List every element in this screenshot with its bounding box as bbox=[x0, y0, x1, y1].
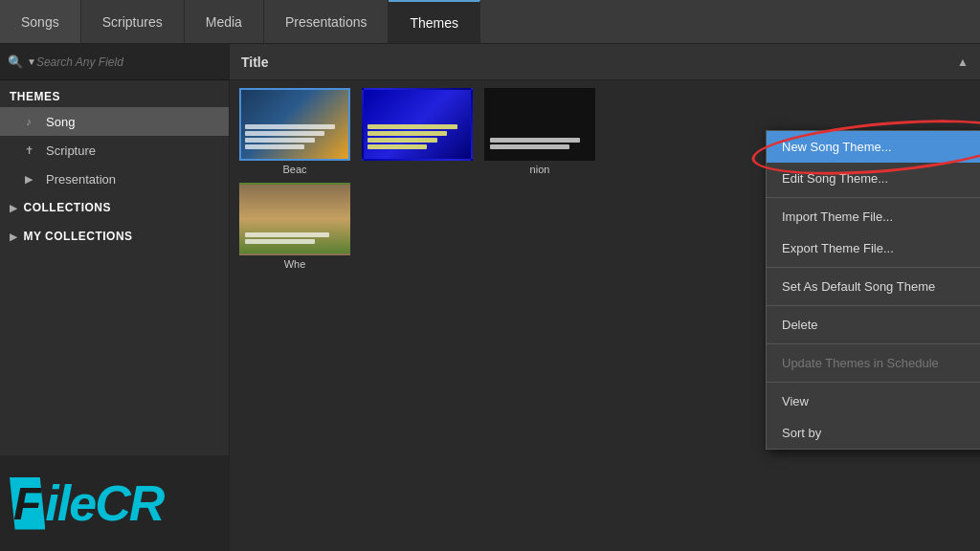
context-menu-sort-by[interactable]: Sort by › bbox=[767, 417, 980, 449]
content-header: Title ▲ bbox=[230, 44, 980, 80]
context-menu: New Song Theme... Edit Song Theme... Imp… bbox=[766, 130, 980, 450]
content-title: Title bbox=[241, 55, 269, 70]
thumb-text-lines-3 bbox=[490, 138, 590, 151]
sidebar-item-song[interactable]: ♪ Song bbox=[0, 107, 229, 136]
logo-f-letter: F bbox=[10, 477, 45, 530]
tab-themes[interactable]: Themes bbox=[389, 0, 480, 43]
theme-item-4[interactable]: Whe bbox=[237, 183, 352, 270]
search-bar: 🔍 ▼ bbox=[0, 44, 229, 80]
tab-media[interactable]: Media bbox=[185, 0, 264, 43]
search-dropdown-arrow[interactable]: ▼ bbox=[27, 56, 36, 67]
context-menu-import-theme[interactable]: Import Theme File... bbox=[767, 201, 980, 232]
theme-label-3: nion bbox=[484, 164, 595, 175]
theme-item-2[interactable] bbox=[360, 88, 475, 175]
my-collections-expand-arrow: ▶ bbox=[10, 231, 18, 242]
theme-thumbnail-3 bbox=[484, 88, 595, 161]
sidebar-item-scripture[interactable]: ✝ Scripture bbox=[0, 136, 229, 165]
content-area: Title ▲ Beac bbox=[230, 44, 980, 551]
tab-presentations[interactable]: Presentations bbox=[264, 0, 390, 43]
search-input[interactable] bbox=[36, 55, 221, 69]
thumb-text-lines-1 bbox=[245, 124, 345, 151]
thumb-text-lines-4 bbox=[245, 232, 345, 246]
context-menu-sep-2 bbox=[767, 267, 980, 268]
tab-scriptures[interactable]: Scriptures bbox=[81, 0, 185, 43]
theme-item-3[interactable]: nion bbox=[482, 88, 597, 175]
thumb-text-lines-2 bbox=[368, 124, 467, 151]
context-menu-sep-5 bbox=[767, 382, 980, 383]
context-menu-new-song-theme[interactable]: New Song Theme... bbox=[767, 131, 980, 163]
theme-thumbnail-4 bbox=[239, 183, 350, 255]
themes-section-label: THEMES bbox=[0, 80, 229, 107]
main-layout: 🔍 ▼ THEMES ♪ Song ✝ Scripture ▶ Presenta… bbox=[0, 44, 980, 551]
context-menu-edit-song-theme[interactable]: Edit Song Theme... bbox=[767, 163, 980, 194]
context-menu-update-themes: Update Themes in Schedule bbox=[767, 347, 980, 379]
collapse-button[interactable]: ▲ bbox=[957, 55, 969, 69]
context-menu-delete[interactable]: Delete bbox=[767, 309, 980, 341]
song-icon: ♪ bbox=[19, 114, 38, 129]
context-menu-sep-3 bbox=[767, 305, 980, 306]
context-menu-sep-4 bbox=[767, 343, 980, 344]
theme-thumbnail-1 bbox=[239, 88, 350, 161]
sidebar: 🔍 ▼ THEMES ♪ Song ✝ Scripture ▶ Presenta… bbox=[0, 44, 230, 551]
tab-songs[interactable]: Songs bbox=[0, 0, 81, 43]
context-menu-export-theme[interactable]: Export Theme File... bbox=[767, 232, 980, 264]
theme-item-1[interactable]: Beac bbox=[237, 88, 352, 175]
sidebar-item-presentation[interactable]: ▶ Presentation bbox=[0, 165, 229, 193]
context-menu-set-default[interactable]: Set As Default Song Theme bbox=[767, 271, 980, 302]
collections-section[interactable]: ▶ COLLECTIONS bbox=[0, 193, 229, 222]
logo-area: F ileCR bbox=[0, 455, 229, 551]
collections-expand-arrow: ▶ bbox=[10, 203, 18, 213]
theme-label-4: Whe bbox=[239, 258, 350, 270]
top-navigation: Songs Scriptures Media Presentations The… bbox=[0, 0, 980, 44]
scripture-icon: ✝ bbox=[19, 143, 38, 158]
logo-text: ileCR bbox=[45, 474, 163, 532]
search-icon: 🔍 bbox=[8, 55, 23, 69]
my-collections-section[interactable]: ▶ MY COLLECTIONS bbox=[0, 222, 229, 251]
context-menu-sep-1 bbox=[767, 197, 980, 198]
theme-label-1: Beac bbox=[239, 164, 350, 175]
context-menu-view[interactable]: View › bbox=[767, 386, 980, 417]
theme-thumbnail-2 bbox=[362, 88, 473, 161]
presentation-icon: ▶ bbox=[19, 171, 38, 187]
